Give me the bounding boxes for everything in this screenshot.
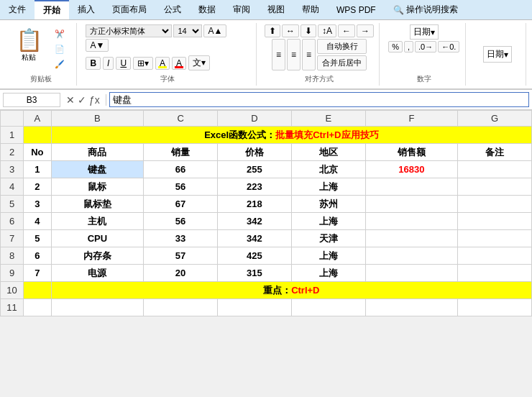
cell-d8[interactable]: 425 [218, 247, 292, 265]
row-header-10[interactable]: 10 [1, 282, 24, 299]
cell-g3[interactable] [458, 161, 532, 178]
cell-b8[interactable]: 内存条 [51, 247, 144, 265]
decrease-decimal-button[interactable]: ←0. [438, 41, 459, 53]
cell-d7[interactable]: 342 [218, 230, 292, 247]
align-right-button[interactable]: ≡ [302, 39, 316, 70]
row-header-2[interactable]: 2 [1, 144, 24, 161]
cell-a6[interactable]: 4 [24, 213, 52, 230]
row-header-5[interactable]: 5 [1, 196, 24, 213]
cell-a8[interactable]: 6 [24, 247, 52, 265]
cell-a10[interactable] [24, 282, 52, 299]
cell-g2[interactable]: 备注 [458, 144, 532, 161]
tab-start[interactable]: 开始 [35, 0, 69, 19]
cell-f2[interactable]: 销售额 [365, 144, 458, 161]
col-header-e[interactable]: E [291, 111, 365, 127]
cell-c11[interactable] [144, 299, 218, 316]
cell-f3[interactable]: 16830 [365, 161, 458, 178]
cell-b4[interactable]: 鼠标 [51, 178, 144, 196]
cell-a5[interactable]: 3 [24, 196, 52, 213]
cell-d5[interactable]: 218 [218, 196, 292, 213]
cell-b1-title[interactable]: Excel函数公式：批量填充Ctrl+D应用技巧 [51, 127, 531, 144]
cell-a9[interactable]: 7 [24, 265, 52, 282]
cell-e11[interactable] [291, 299, 365, 316]
row-header-7[interactable]: 7 [1, 230, 24, 247]
cell-g11[interactable] [458, 299, 532, 316]
align-bottom-button[interactable]: ⬇ [301, 24, 316, 37]
row-header-9[interactable]: 9 [1, 265, 24, 282]
font-color-button[interactable]: A [172, 57, 186, 70]
row-header-4[interactable]: 4 [1, 178, 24, 196]
tab-file[interactable]: 文件 [0, 0, 35, 19]
formula-input[interactable] [109, 92, 529, 107]
underline-button[interactable]: U [116, 57, 131, 70]
border-button[interactable]: ⊞▾ [133, 57, 153, 70]
cell-f6[interactable] [365, 213, 458, 230]
align-top-button[interactable]: ⬆ [265, 24, 280, 37]
tab-insert[interactable]: 插入 [69, 0, 104, 19]
cell-c3[interactable]: 66 [144, 161, 218, 178]
date-dropdown[interactable]: 日期 ▾ [483, 46, 512, 63]
tab-view[interactable]: 视图 [259, 0, 293, 19]
row-header-11[interactable]: 11 [1, 299, 24, 316]
cell-b9[interactable]: 电源 [51, 265, 144, 282]
cell-c2[interactable]: 销量 [144, 144, 218, 161]
increase-font-button[interactable]: A▲ [203, 24, 226, 37]
cell-a7[interactable]: 5 [24, 230, 52, 247]
increase-decimal-button[interactable]: .0→ [415, 41, 436, 53]
font-size-select[interactable]: 14 [173, 24, 202, 37]
fill-color-button[interactable]: A [155, 57, 170, 70]
col-header-c[interactable]: C [144, 111, 218, 127]
cancel-formula-icon[interactable]: ✕ [66, 94, 75, 106]
cell-f4[interactable] [365, 178, 458, 196]
cell-g9[interactable] [458, 265, 532, 282]
cell-a3[interactable]: 1 [24, 161, 52, 178]
col-header-b[interactable]: B [51, 111, 144, 127]
cell-c5[interactable]: 67 [144, 196, 218, 213]
number-format-dropdown[interactable]: 日期 ▾ [410, 24, 439, 40]
tab-data[interactable]: 数据 [190, 0, 224, 19]
bold-button[interactable]: B [86, 57, 101, 70]
paste-button[interactable]: 📋 粘贴 [12, 24, 47, 65]
cell-e5[interactable]: 苏州 [291, 196, 365, 213]
align-left-button[interactable]: ≡ [272, 39, 285, 70]
cell-d2[interactable]: 价格 [218, 144, 292, 161]
cell-d6[interactable]: 342 [218, 213, 292, 230]
cell-g4[interactable] [458, 178, 532, 196]
cell-a4[interactable]: 2 [24, 178, 52, 196]
copy-button[interactable]: 📄 [48, 42, 71, 56]
col-header-g[interactable]: G [458, 111, 532, 127]
cell-e2[interactable]: 地区 [291, 144, 365, 161]
row-header-8[interactable]: 8 [1, 247, 24, 265]
cell-e7[interactable]: 天津 [291, 230, 365, 247]
tab-layout[interactable]: 页面布局 [104, 0, 155, 19]
cell-g5[interactable] [458, 196, 532, 213]
cell-b11[interactable] [51, 299, 144, 316]
col-header-a[interactable]: A [24, 111, 52, 127]
col-header-d[interactable]: D [218, 111, 292, 127]
cell-g8[interactable] [458, 247, 532, 265]
cell-e6[interactable]: 上海 [291, 213, 365, 230]
col-header-f[interactable]: F [365, 111, 458, 127]
name-box[interactable] [3, 93, 60, 107]
font-face-select[interactable]: 方正小标宋简体 [86, 24, 172, 37]
cell-d9[interactable]: 315 [218, 265, 292, 282]
cell-f5[interactable] [365, 196, 458, 213]
row-header-1[interactable]: 1 [1, 127, 24, 144]
cell-f11[interactable] [365, 299, 458, 316]
indent-dec-button[interactable]: ← [338, 24, 355, 37]
cell-e9[interactable]: 上海 [291, 265, 365, 282]
merge-center-button[interactable]: 合并后居中 [317, 55, 367, 70]
cell-b5[interactable]: 鼠标垫 [51, 196, 144, 213]
cell-b2[interactable]: 商品 [51, 144, 144, 161]
text-direction-button[interactable]: ↕A [318, 24, 336, 37]
cell-a11[interactable] [24, 299, 52, 316]
cell-c4[interactable]: 56 [144, 178, 218, 196]
cell-b7[interactable]: CPU [51, 230, 144, 247]
italic-button[interactable]: I [103, 57, 114, 70]
cell-d3[interactable]: 255 [218, 161, 292, 178]
insert-function-icon[interactable]: ƒx [89, 94, 100, 106]
decrease-font-button[interactable]: A▼ [86, 39, 109, 52]
tab-review[interactable]: 审阅 [224, 0, 259, 19]
cell-f9[interactable] [365, 265, 458, 282]
cell-c6[interactable]: 56 [144, 213, 218, 230]
